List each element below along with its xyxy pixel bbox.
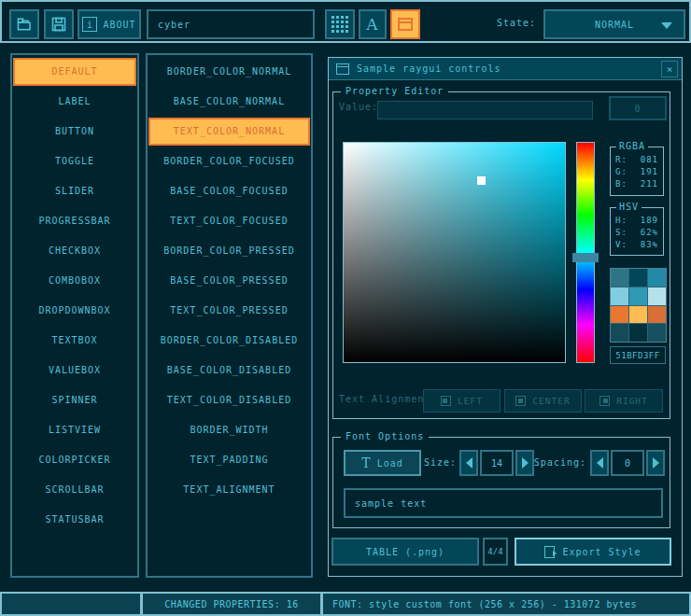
color-swatch[interactable]: [648, 269, 666, 287]
list-item[interactable]: BORDER_COLOR_DISABLED: [148, 327, 310, 355]
color-swatch[interactable]: [611, 269, 628, 287]
list-item[interactable]: BASE_COLOR_DISABLED: [148, 357, 310, 385]
window-titlebar[interactable]: Sample raygui controls ×: [329, 58, 682, 80]
font-size-value[interactable]: 14: [480, 450, 514, 476]
list-item[interactable]: TEXT_COLOR_DISABLED: [148, 386, 310, 414]
font-size-label: Size:: [413, 450, 457, 476]
color-swatch[interactable]: [629, 269, 647, 287]
align-right-button[interactable]: RIGHT: [585, 389, 663, 413]
list-item[interactable]: BORDER_COLOR_FOCUSED: [148, 147, 310, 175]
open-style-button[interactable]: [9, 9, 39, 39]
state-dropdown[interactable]: NORMAL: [543, 9, 685, 39]
color-swatch[interactable]: [648, 287, 666, 305]
style-name-input[interactable]: [147, 9, 315, 39]
font-settings-button[interactable]: A: [359, 9, 387, 39]
align-center-icon: [515, 396, 526, 406]
list-item[interactable]: BORDER_COLOR_NORMAL: [148, 58, 310, 86]
list-item[interactable]: CHECKBOX: [13, 237, 136, 265]
font-options-group: Font Options T Load Size: 14 Spacing: 0: [332, 437, 670, 528]
save-style-button[interactable]: [44, 9, 74, 39]
font-options-group-label: Font Options: [341, 431, 429, 441]
list-item[interactable]: BASE_COLOR_NORMAL: [148, 88, 310, 116]
list-item[interactable]: TEXTBOX: [13, 327, 136, 355]
hsv-group: HSV H:189 S:62% V:83%: [610, 207, 664, 256]
window-icon: [398, 18, 413, 31]
window-titlebar-icon: [336, 63, 349, 75]
toolbar: i ABOUT A State: NORMAL: [0, 0, 691, 43]
color-swatch[interactable]: [648, 324, 666, 342]
s-value: 62%: [641, 228, 658, 240]
list-item[interactable]: COLORPICKER: [13, 446, 136, 474]
list-item[interactable]: PROGRESSBAR: [13, 207, 136, 235]
folder-open-icon: [15, 15, 34, 34]
list-item[interactable]: SCROLLBAR: [13, 476, 136, 504]
close-window-button[interactable]: ×: [661, 61, 678, 77]
list-item[interactable]: TEXT_COLOR_PRESSED: [148, 297, 310, 325]
font-size-decrease-button[interactable]: [459, 450, 478, 476]
value-slider[interactable]: [377, 101, 593, 119]
list-item[interactable]: LABEL: [13, 88, 136, 116]
list-item[interactable]: TEXT_ALIGNMENT: [148, 476, 310, 504]
list-item[interactable]: DEFAULT: [13, 58, 136, 86]
hue-slider[interactable]: [576, 142, 595, 363]
list-item[interactable]: SLIDER: [13, 177, 136, 205]
color-picker-panel[interactable]: [343, 142, 566, 363]
align-center-button[interactable]: CENTER: [504, 389, 582, 413]
list-item[interactable]: STATUSBAR: [13, 506, 136, 534]
style-table-image-button[interactable]: [325, 9, 355, 39]
color-swatch[interactable]: [629, 306, 647, 324]
load-font-button[interactable]: T Load: [344, 450, 421, 476]
list-item[interactable]: LISTVIEW: [13, 416, 136, 444]
list-item[interactable]: SPINNER: [13, 386, 136, 414]
export-style-button[interactable]: Export Style: [515, 538, 671, 566]
window-title: Sample raygui controls: [357, 63, 501, 74]
font-spacing-label: Spacing:: [525, 450, 586, 476]
g-value: 191: [641, 167, 658, 179]
rguistyler-app: i ABOUT A State: NORMAL DEFAULTLABELBUTT…: [0, 0, 691, 616]
show-controls-window-button[interactable]: [390, 9, 420, 39]
about-button[interactable]: i ABOUT: [78, 9, 141, 39]
color-swatch[interactable]: [611, 287, 628, 305]
color-swatch[interactable]: [629, 324, 647, 342]
value-label: Value:: [339, 98, 378, 117]
list-item[interactable]: VALUEBOX: [13, 357, 136, 385]
state-dropdown-value: NORMAL: [595, 20, 634, 30]
list-item[interactable]: BORDER_COLOR_PRESSED: [148, 237, 310, 265]
sample-text-input[interactable]: [344, 488, 663, 518]
statusbar-font-info: FONT: style custom font (256 x 256) - 13…: [321, 592, 691, 616]
font-spacing-increase-button[interactable]: [646, 450, 665, 476]
value-reset-button[interactable]: 0: [609, 96, 667, 120]
list-item[interactable]: COMBOBOX: [13, 267, 136, 295]
font-spacing-decrease-button[interactable]: [590, 450, 609, 476]
color-picker-cursor[interactable]: [477, 176, 486, 185]
list-item[interactable]: TOGGLE: [13, 147, 136, 175]
statusbar-changed-properties: CHANGED PROPERTIES: 16: [141, 592, 322, 616]
controls-list: DEFAULTLABELBUTTONTOGGLESLIDERPROGRESSBA…: [10, 53, 139, 578]
export-style-label: Export Style: [562, 547, 641, 557]
sample-controls-window: Sample raygui controls × Property Editor…: [328, 57, 683, 577]
export-icon: [544, 546, 555, 558]
align-left-label: LEFT: [458, 396, 483, 406]
color-swatch[interactable]: [648, 306, 666, 324]
list-item[interactable]: DROPDOWNBOX: [13, 297, 136, 325]
list-item[interactable]: BORDER_WIDTH: [148, 416, 310, 444]
style-table-button[interactable]: TABLE (.png): [331, 538, 479, 566]
color-swatch[interactable]: [611, 306, 628, 324]
list-item[interactable]: TEXT_PADDING: [148, 446, 310, 474]
hue-slider-handle[interactable]: [572, 253, 599, 262]
list-item[interactable]: BASE_COLOR_FOCUSED: [148, 177, 310, 205]
color-swatch[interactable]: [611, 324, 628, 342]
hex-color-value[interactable]: 51BFD3FF: [610, 346, 666, 364]
align-left-button[interactable]: LEFT: [423, 389, 501, 413]
rgba-group: RGBA R:081 G:191 B:211: [610, 147, 664, 196]
align-left-icon: [441, 396, 451, 406]
r-value: 081: [641, 155, 658, 167]
list-item[interactable]: TEXT_COLOR_FOCUSED: [148, 207, 310, 235]
color-swatch[interactable]: [629, 287, 647, 305]
list-item[interactable]: BASE_COLOR_PRESSED: [148, 267, 310, 295]
font-spacing-value[interactable]: 0: [611, 450, 644, 476]
save-icon: [49, 15, 68, 34]
list-item[interactable]: TEXT_COLOR_NORMAL: [148, 118, 310, 146]
list-item[interactable]: BUTTON: [13, 118, 136, 146]
property-editor-group: Property Editor Value: 0 RGBA R:081 G:19…: [332, 91, 670, 419]
